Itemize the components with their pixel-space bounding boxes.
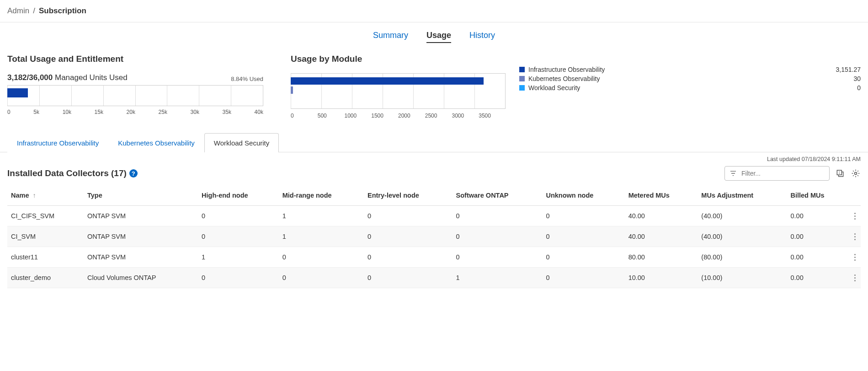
tick: 35k xyxy=(223,109,231,115)
cell-unk: 0 xyxy=(542,247,624,268)
tick: 40k xyxy=(255,109,263,115)
export-icon[interactable] xyxy=(835,168,845,178)
tab-usage[interactable]: Usage xyxy=(426,31,451,43)
cell-entry: 0 xyxy=(364,226,453,247)
tick: 1500 xyxy=(371,113,398,119)
cell-bill: 0.00 xyxy=(787,206,849,226)
collectors-table: Name ↑ Type High-end node Mid-range node… xyxy=(7,187,861,288)
entitlement-ticks: 0 5k 10k 15k 20k 25k 30k 35k 40k xyxy=(7,109,263,115)
cell-adj: (10.00) xyxy=(698,268,787,288)
cell-entry: 0 xyxy=(364,268,453,288)
gear-icon[interactable] xyxy=(851,168,861,178)
col-name-label: Name xyxy=(11,192,29,199)
col-unk[interactable]: Unknown node xyxy=(542,187,624,206)
filter-icon xyxy=(730,170,737,177)
top-tabs: Summary Usage History xyxy=(0,22,868,54)
cell-soft: 1 xyxy=(453,268,543,288)
tick: 20k xyxy=(127,109,135,115)
cell-mid: 1 xyxy=(279,226,364,247)
module-sub-tabs: Infrastructure Observability Kubernetes … xyxy=(0,133,868,152)
table-row: CI_CIFS_SVMONTAP SVM0100040.00(40.00)0.0… xyxy=(7,206,861,226)
col-adjustment[interactable]: MUs Adjustment xyxy=(698,187,787,206)
table-row: cluster_demoCloud Volumes ONTAP0001010.0… xyxy=(7,268,861,288)
row-menu-button[interactable] xyxy=(849,247,861,268)
col-metered[interactable]: Metered MUs xyxy=(625,187,698,206)
cell-adj: (40.00) xyxy=(698,206,787,226)
module-ticks: 0 500 1000 1500 2000 2500 3000 3500 xyxy=(291,113,506,119)
table-row: CI_SVMONTAP SVM0100040.00(40.00)0.00 xyxy=(7,226,861,247)
col-high[interactable]: High-end node xyxy=(198,187,279,206)
filter-box[interactable] xyxy=(724,166,830,181)
tick: 1000 xyxy=(345,113,372,119)
col-type[interactable]: Type xyxy=(84,187,198,206)
cell-name: cluster11 xyxy=(7,247,84,268)
kebab-icon xyxy=(852,274,857,281)
cell-bill: 0.00 xyxy=(787,247,849,268)
module-bar-k8s xyxy=(291,86,293,94)
module-chart xyxy=(291,73,506,109)
cell-unk: 0 xyxy=(542,226,624,247)
sort-asc-icon: ↑ xyxy=(33,192,36,199)
tick: 15k xyxy=(95,109,103,115)
col-entry[interactable]: Entry-level node xyxy=(364,187,453,206)
col-billed[interactable]: Billed MUs xyxy=(787,187,849,206)
breadcrumb: Admin / Subscription xyxy=(0,0,868,22)
cell-bill: 0.00 xyxy=(787,226,849,247)
filter-input[interactable] xyxy=(740,169,825,177)
table-row: cluster11ONTAP SVM1000080.00(80.00)0.00 xyxy=(7,247,861,268)
cell-mid: 1 xyxy=(279,206,364,226)
legend-value: 30 xyxy=(853,75,861,82)
breadcrumb-root[interactable]: Admin xyxy=(7,6,29,16)
col-name[interactable]: Name ↑ xyxy=(7,187,84,206)
cell-mid: 0 xyxy=(279,268,364,288)
legend-item: Workload Security 0 xyxy=(519,83,861,92)
swatch-icon xyxy=(519,76,525,81)
tab-history[interactable]: History xyxy=(469,31,495,43)
cell-met: 40.00 xyxy=(625,226,698,247)
subtab-infrastructure[interactable]: Infrastructure Observability xyxy=(7,133,108,152)
row-menu-button[interactable] xyxy=(849,268,861,288)
tick: 3500 xyxy=(479,113,506,119)
usage-value: 3,182/36,000 Managed Units Used xyxy=(7,73,128,82)
legend-item: Kubernetes Observability 30 xyxy=(519,74,861,83)
module-bar-infra xyxy=(291,77,484,85)
last-updated: Last updated 07/18/2024 9:11:11 AM xyxy=(0,152,868,163)
breadcrumb-current: Subscription xyxy=(39,6,86,16)
cell-type: Cloud Volumes ONTAP xyxy=(84,268,198,288)
subtab-kubernetes[interactable]: Kubernetes Observability xyxy=(108,133,204,152)
usage-label: Managed Units Used xyxy=(55,73,128,82)
module-legend: Infrastructure Observability 3,151.27 Ku… xyxy=(519,54,861,92)
subtab-workload-security[interactable]: Workload Security xyxy=(204,133,279,152)
cell-bill: 0.00 xyxy=(787,268,849,288)
tick: 30k xyxy=(191,109,199,115)
tab-summary[interactable]: Summary xyxy=(373,31,408,43)
module-usage-title: Usage by Module xyxy=(291,54,506,64)
tick: 5k xyxy=(33,109,39,115)
tick: 500 xyxy=(318,113,345,119)
cell-met: 40.00 xyxy=(625,206,698,226)
cell-met: 80.00 xyxy=(625,247,698,268)
collectors-heading: Installed Data Collectors (17) ? xyxy=(7,168,138,178)
help-icon[interactable]: ? xyxy=(129,169,138,177)
kebab-icon xyxy=(852,254,857,261)
cell-high: 0 xyxy=(198,226,279,247)
usage-numbers: 3,182/36,000 xyxy=(7,73,53,82)
tick: 0 xyxy=(7,109,11,115)
cell-type: ONTAP SVM xyxy=(84,247,198,268)
cell-unk: 0 xyxy=(542,268,624,288)
breadcrumb-separator: / xyxy=(33,6,35,16)
cell-adj: (40.00) xyxy=(698,226,787,247)
usage-percent: 8.84% Used xyxy=(231,75,263,82)
kebab-icon xyxy=(852,233,857,240)
swatch-icon xyxy=(519,85,525,91)
col-soft[interactable]: Software ONTAP xyxy=(453,187,543,206)
row-menu-button[interactable] xyxy=(849,206,861,226)
entitlement-bar xyxy=(7,88,28,97)
legend-value: 0 xyxy=(857,84,861,91)
legend-value: 3,151.27 xyxy=(836,66,861,73)
col-mid[interactable]: Mid-range node xyxy=(279,187,364,206)
cell-high: 0 xyxy=(198,268,279,288)
row-menu-button[interactable] xyxy=(849,226,861,247)
tick: 10k xyxy=(63,109,71,115)
cell-name: CI_SVM xyxy=(7,226,84,247)
